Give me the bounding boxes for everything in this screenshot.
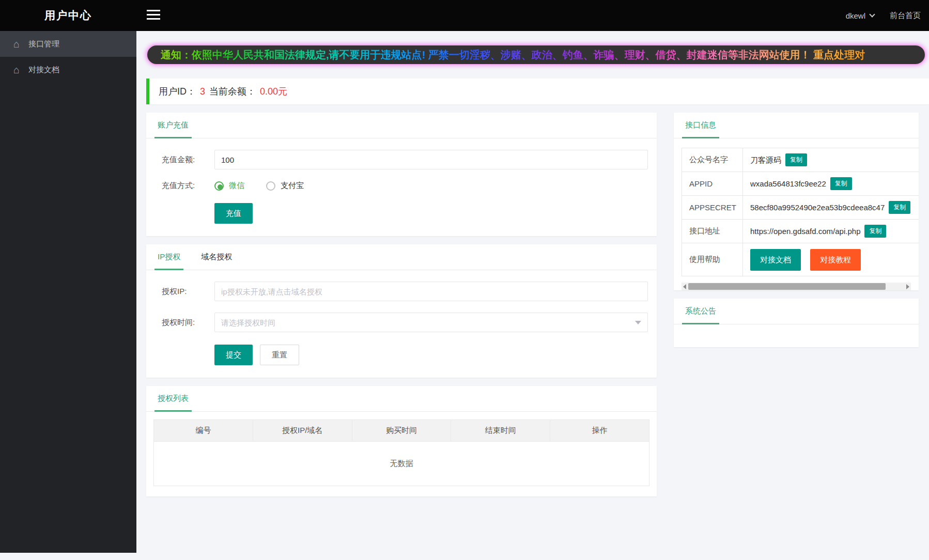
submit-button[interactable]: 提交 <box>214 345 253 365</box>
table-row: 接口地址 https://open.gdsafd.com/api.php复制 <box>682 220 919 243</box>
appid-value: wxada564813fc9ee22 <box>750 179 826 188</box>
col-action: 操作 <box>550 420 649 442</box>
radio-wechat[interactable]: 微信 <box>214 181 244 191</box>
account-name-value: 刀客源码 <box>750 155 781 164</box>
user-id-label: 用户ID： <box>159 85 196 98</box>
radio-alipay[interactable]: 支付宝 <box>266 181 304 191</box>
home-icon: ⌂ <box>13 65 20 75</box>
announcement-body <box>674 324 919 347</box>
auth-card: IP授权 域名授权 授权IP: 授权时间: 提 <box>146 244 657 378</box>
tab-ip-auth[interactable]: IP授权 <box>154 244 183 270</box>
balance-label: 当前余额： <box>209 85 256 98</box>
docs-button[interactable]: 对接文档 <box>750 249 801 271</box>
sidebar-item-label: 接口管理 <box>28 39 59 49</box>
copy-button[interactable]: 复制 <box>785 153 807 166</box>
row-label: 公众号名字 <box>682 148 743 172</box>
user-id-value: 3 <box>200 86 205 97</box>
horizontal-scrollbar[interactable] <box>682 283 911 290</box>
help-label: 使用帮助 <box>682 243 743 276</box>
app-title: 用户中心 <box>0 0 136 31</box>
api-info-card: 接口信息 公众号名字 刀客源码复制 APPID wxada564813fc9ee… <box>674 113 919 290</box>
recharge-card: 账户充值 充值金额: 充值方式: 微信 <box>146 113 657 236</box>
api-info-title: 接口信息 <box>682 113 719 138</box>
col-number: 编号 <box>154 420 253 442</box>
notice-banner: 通知：依照中华人民共和国法律规定,请不要用于违规站点! 严禁一切淫秽、涉赌、政治… <box>146 44 926 65</box>
row-label: APPSECRET <box>682 196 743 220</box>
auth-ip-label: 授权IP: <box>162 287 208 297</box>
col-buy-time: 购买时间 <box>352 420 451 442</box>
recharge-card-title: 账户充值 <box>154 113 192 138</box>
auth-list-table: 编号 授权IP/域名 购买时间 结束时间 操作 无数据 <box>153 419 649 486</box>
tab-domain-auth[interactable]: 域名授权 <box>198 244 235 270</box>
username: dkewl <box>846 11 865 20</box>
tutorial-button[interactable]: 对接教程 <box>810 249 861 271</box>
api-url-value: https://open.gdsafd.com/api.php <box>750 227 860 236</box>
reset-button[interactable]: 重置 <box>260 345 299 365</box>
radio-dot <box>266 181 275 191</box>
user-info-bar: 用户ID： 3 当前余额： 0.00元 <box>146 79 929 104</box>
select-arrow-icon <box>635 321 641 324</box>
front-home-link[interactable]: 前台首页 <box>890 11 921 21</box>
topbar: 用户中心 dkewl 前台首页 <box>0 0 929 31</box>
col-end-time: 结束时间 <box>451 420 550 442</box>
sidebar-item-label: 对接文档 <box>28 65 59 75</box>
announcement-title: 系统公告 <box>682 299 719 324</box>
auth-ip-input[interactable] <box>214 282 648 301</box>
recharge-button[interactable]: 充值 <box>214 203 253 224</box>
sidebar: ⌂ 接口管理 ⌂ 对接文档 <box>0 31 136 553</box>
main-content: 通知：依照中华人民共和国法律规定,请不要用于违规站点! 严禁一切淫秽、涉赌、政治… <box>136 31 929 553</box>
scrollbar-thumb[interactable] <box>688 283 886 290</box>
sidebar-item-api-management[interactable]: ⌂ 接口管理 <box>0 31 136 57</box>
auth-time-select[interactable] <box>214 313 648 332</box>
table-row: 使用帮助 对接文档 对接教程 <box>682 243 919 276</box>
radio-dot <box>214 181 224 191</box>
copy-button[interactable]: 复制 <box>889 201 910 214</box>
col-ip-domain: 授权IP/域名 <box>253 420 352 442</box>
hamburger-menu-icon[interactable] <box>147 10 160 21</box>
table-row: 公众号名字 刀客源码复制 <box>682 148 919 172</box>
scroll-left-icon[interactable] <box>683 284 686 289</box>
api-info-table: 公众号名字 刀客源码复制 APPID wxada564813fc9ee22复制 … <box>682 148 919 276</box>
home-icon: ⌂ <box>13 39 20 49</box>
table-row: APPSECRET 58ecf80a9952490e2ea53b9cdeea8c… <box>682 196 919 220</box>
table-row: APPID wxada564813fc9ee22复制 <box>682 172 919 196</box>
empty-text: 无数据 <box>154 442 649 486</box>
auth-list-card: 授权列表 编号 授权IP/域名 购买时间 结束时间 操作 <box>146 386 657 496</box>
row-label: 接口地址 <box>682 220 743 243</box>
sidebar-item-docs[interactable]: ⌂ 对接文档 <box>0 57 136 83</box>
announcement-card: 系统公告 <box>674 299 919 347</box>
table-row-empty: 无数据 <box>154 442 649 486</box>
chevron-down-icon <box>869 11 875 17</box>
amount-label: 充值金额: <box>162 155 208 165</box>
balance-value: 0.00元 <box>260 85 287 98</box>
amount-input[interactable] <box>214 150 648 169</box>
copy-button[interactable]: 复制 <box>864 225 886 238</box>
appsecret-value: 58ecf80a9952490e2ea53b9cdeea8c47 <box>750 203 885 212</box>
user-dropdown[interactable]: dkewl <box>846 11 874 20</box>
auth-list-title: 授权列表 <box>154 386 192 411</box>
scroll-right-icon[interactable] <box>906 284 909 289</box>
copy-button[interactable]: 复制 <box>830 177 852 190</box>
notice-text: 通知：依照中华人民共和国法律规定,请不要用于违规站点! 严禁一切淫秽、涉赌、政治… <box>147 45 878 64</box>
radio-label: 支付宝 <box>281 181 304 191</box>
row-label: APPID <box>682 172 743 196</box>
radio-label: 微信 <box>229 181 244 191</box>
auth-time-label: 授权时间: <box>162 318 208 328</box>
method-label: 充值方式: <box>162 181 208 191</box>
